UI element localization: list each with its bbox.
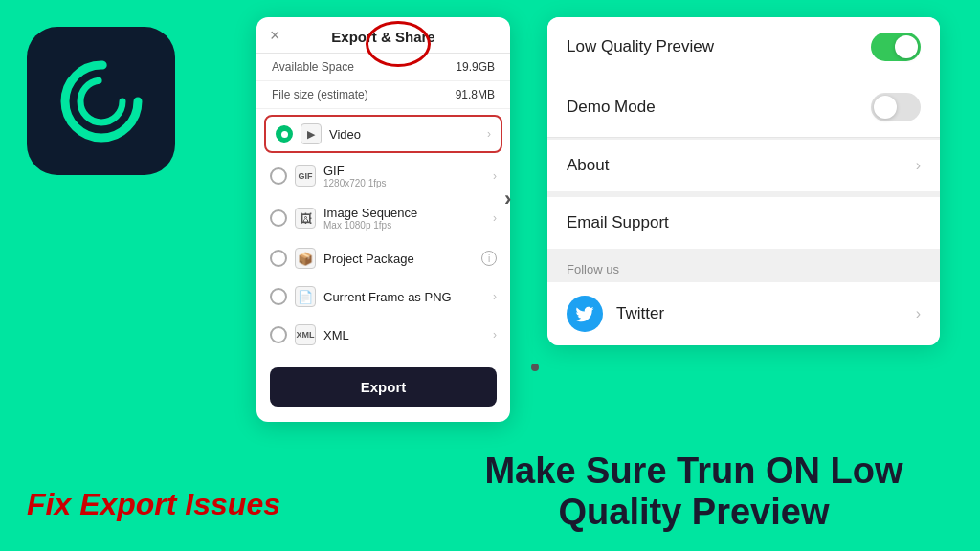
make-sure-label: Make Sure Trun ON Low Quality Preview	[440, 451, 947, 534]
gif-sub: 1280x720 1fps	[323, 178, 493, 188]
project-package-label: Project Package	[323, 252, 497, 266]
file-size-label: File size (estimate)	[272, 88, 368, 101]
radio-video	[276, 125, 293, 143]
low-quality-preview-row: Low Quality Preview	[547, 17, 940, 77]
xml-icon: XML	[295, 324, 316, 345]
radio-image-sequence	[270, 209, 287, 227]
file-size-value: 91.8MB	[456, 88, 495, 101]
small-dot	[531, 364, 539, 371]
toggle-knob-demo	[874, 96, 897, 119]
available-space-value: 19.9GB	[456, 60, 495, 74]
format-option-video[interactable]: ▶ Video ›	[264, 115, 502, 153]
format-option-gif[interactable]: GIF GIF 1280x720 1fps ›	[256, 155, 510, 197]
format-option-project-package[interactable]: 📦 Project Package i	[256, 239, 510, 277]
svg-point-0	[65, 65, 138, 138]
export-button[interactable]: Export	[270, 367, 497, 407]
email-support-section: Email Support	[547, 195, 940, 253]
format-option-image-sequence[interactable]: 🖼 Image Sequence Max 1080p 1fps ›	[256, 197, 510, 239]
video-icon: ▶	[301, 123, 322, 144]
low-quality-preview-toggle[interactable]	[871, 33, 921, 61]
xml-label: XML	[323, 328, 493, 342]
demo-mode-row: Demo Mode	[547, 77, 940, 138]
export-header: × Export & Share	[256, 17, 510, 54]
app-icon	[27, 27, 175, 175]
low-quality-preview-label: Low Quality Preview	[567, 37, 714, 56]
toggle-knob	[895, 35, 918, 58]
follow-us-label: Follow us	[547, 253, 940, 282]
current-frame-icon: 📄	[295, 286, 316, 307]
radio-project-package	[270, 250, 287, 267]
twitter-label: Twitter	[616, 304, 916, 323]
email-support-label: Email Support	[567, 213, 669, 232]
image-sequence-sub: Max 1080p 1fps	[323, 220, 493, 231]
email-support-item[interactable]: Email Support	[547, 197, 940, 249]
file-size-row: File size (estimate) 91.8MB	[256, 81, 510, 109]
radio-gif	[270, 167, 287, 185]
fix-export-issues-label: Fix Export Issues	[27, 487, 280, 522]
radio-xml	[270, 326, 287, 343]
settings-panel: Low Quality Preview Demo Mode About › Em…	[547, 17, 940, 345]
twitter-arrow: ›	[916, 305, 921, 322]
panel-arrow: ›	[504, 187, 511, 211]
current-frame-label: Current Frame as PNG	[323, 290, 493, 304]
svg-point-1	[80, 80, 122, 122]
available-space-row: Available Space 19.9GB	[256, 54, 510, 81]
info-badge: i	[481, 251, 497, 266]
video-label: Video	[329, 127, 487, 142]
image-sequence-label: Image Sequence	[323, 206, 493, 220]
format-option-current-frame[interactable]: 📄 Current Frame as PNG ›	[256, 277, 510, 316]
radio-current-frame	[270, 288, 287, 305]
demo-mode-label: Demo Mode	[567, 98, 656, 117]
image-sequence-icon: 🖼	[295, 208, 316, 229]
about-item[interactable]: About ›	[547, 140, 940, 191]
follow-section: Follow us Twitter ›	[547, 253, 940, 345]
format-options: ▶ Video › GIF GIF 1280x720 1fps › 🖼 Imag…	[256, 109, 510, 358]
gif-label: GIF	[323, 164, 493, 178]
format-option-xml[interactable]: XML XML ›	[256, 316, 510, 354]
twitter-icon	[567, 296, 603, 332]
project-package-icon: 📦	[295, 248, 316, 269]
about-label: About	[567, 156, 609, 175]
about-arrow: ›	[916, 157, 921, 174]
demo-mode-toggle[interactable]	[871, 93, 921, 121]
export-panel: × Export & Share Available Space 19.9GB …	[256, 17, 510, 422]
twitter-item[interactable]: Twitter ›	[547, 282, 940, 345]
export-btn-row: Export	[256, 358, 510, 410]
gif-icon: GIF	[295, 165, 316, 187]
video-arrow: ›	[487, 127, 491, 141]
export-title: Export & Share	[331, 29, 434, 45]
available-space-label: Available Space	[272, 60, 354, 74]
settings-section: About ›	[547, 138, 940, 195]
close-icon[interactable]: ×	[270, 25, 280, 45]
